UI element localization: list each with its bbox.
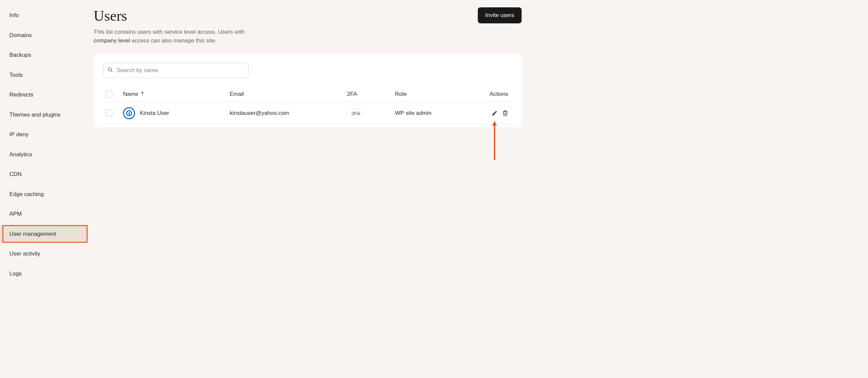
svg-point-0 xyxy=(108,68,111,71)
users-card: Name Email 2FA Role Actions Kinsta User xyxy=(94,54,522,128)
user-email: kinstauser@yahoo.com xyxy=(230,110,347,116)
search-icon xyxy=(108,67,113,74)
main-content: Users Invite users This list contains us… xyxy=(87,0,528,378)
company-level-link[interactable]: company level xyxy=(94,37,130,44)
user-name: Kinsta User xyxy=(140,110,169,116)
sidebar-item-cdn[interactable]: CDN xyxy=(0,166,87,182)
column-header-actions: Actions xyxy=(480,91,512,98)
column-header-2fa[interactable]: 2FA xyxy=(347,91,395,98)
row-checkbox[interactable] xyxy=(106,110,112,116)
subtitle-pre: This list contains users with service le… xyxy=(94,29,245,35)
sidebar-item-redirects[interactable]: Redirects xyxy=(0,87,87,103)
select-all-checkbox[interactable] xyxy=(106,91,112,98)
sort-ascending-icon xyxy=(140,91,145,98)
sidebar-item-user-activity[interactable]: User activity xyxy=(0,246,87,262)
sidebar-item-label: User management xyxy=(9,231,56,237)
sidebar-item-info[interactable]: Info xyxy=(0,7,87,23)
sidebar-item-domains[interactable]: Domains xyxy=(0,27,87,43)
subtitle-post: access can also manage this site. xyxy=(130,37,217,44)
sidebar-item-analytics[interactable]: Analytics xyxy=(0,147,87,163)
column-header-email[interactable]: Email xyxy=(230,91,347,98)
trash-icon[interactable] xyxy=(502,110,508,116)
users-table: Name Email 2FA Role Actions Kinsta User xyxy=(103,86,512,124)
invite-users-button[interactable]: Invite users xyxy=(478,7,522,23)
page-subtitle: This list contains users with service le… xyxy=(94,28,247,45)
column-header-name[interactable]: Name xyxy=(123,91,230,98)
svg-line-1 xyxy=(111,70,112,72)
2fa-badge: 2FA xyxy=(347,109,365,118)
table-header: Name Email 2FA Role Actions xyxy=(103,86,512,103)
column-header-role[interactable]: Role xyxy=(395,91,480,98)
avatar xyxy=(123,107,135,119)
search-input[interactable] xyxy=(103,63,248,78)
sidebar-item-tools[interactable]: Tools xyxy=(0,67,87,83)
sidebar: Info Domains Backups Tools Redirects The… xyxy=(0,0,87,378)
sidebar-item-themes-plugins[interactable]: Themes and plugins xyxy=(0,107,87,123)
edit-icon[interactable] xyxy=(492,110,498,116)
table-row: Kinsta User kinstauser@yahoo.com 2FA WP … xyxy=(103,103,512,124)
sidebar-item-logs[interactable]: Logs xyxy=(0,266,87,282)
page-title: Users xyxy=(94,7,127,24)
sidebar-item-user-management[interactable]: User management xyxy=(0,226,87,242)
user-role: WP site admin xyxy=(395,110,480,116)
sidebar-item-ip-deny[interactable]: IP deny xyxy=(0,127,87,143)
column-label: Name xyxy=(123,91,138,98)
sidebar-item-edge-caching[interactable]: Edge caching xyxy=(0,186,87,202)
sidebar-item-apm[interactable]: APM xyxy=(0,206,87,222)
sidebar-item-backups[interactable]: Backups xyxy=(0,47,87,63)
